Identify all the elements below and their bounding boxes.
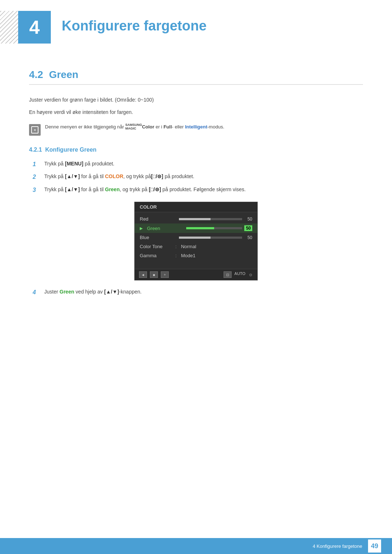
osd-menu: COLOR Red 50 ▶ Green bbox=[134, 202, 258, 280]
osd-row-blue: Blue 50 bbox=[135, 233, 257, 242]
osd-track-red bbox=[179, 218, 242, 220]
osd-power-icon: ☼ bbox=[248, 271, 253, 278]
osd-label-red: Red bbox=[140, 216, 172, 222]
section-heading: 4.2 Green bbox=[29, 69, 363, 85]
osd-label-blue: Blue bbox=[140, 235, 172, 240]
steps-list: 1 Trykk på [MENU] på produktet. 2 Trykk … bbox=[33, 160, 363, 195]
section-title: Green bbox=[49, 69, 78, 81]
osd-icon-plus: ＋ bbox=[161, 271, 169, 278]
osd-bar-blue: 50 bbox=[175, 235, 252, 240]
note-box: Denne menyen er ikke tilgjengelig når SA… bbox=[29, 123, 363, 136]
nav-key-3: [▲/▼] bbox=[65, 186, 80, 192]
page-footer: 4 Konfigurere fargetone 49 bbox=[0, 538, 392, 554]
osd-auto-label: AUTO bbox=[234, 271, 245, 278]
body-para1: Juster verdien for grønn farge i bildet.… bbox=[29, 96, 363, 104]
steps-list-4: 4 Juster Green ved hjelp av [▲/▼]-knappe… bbox=[33, 288, 363, 297]
osd-bar-green: 50 bbox=[183, 225, 252, 231]
footer-chapter-text: 4 Konfigurere fargetone bbox=[313, 543, 362, 549]
osd-icon-enter: ⊡ bbox=[224, 271, 232, 278]
footer-page-number: 49 bbox=[368, 539, 381, 553]
step-1: 1 Trykk på [MENU] på produktet. bbox=[33, 160, 363, 169]
note-text: Denne menyen er ikke tilgjengelig når SA… bbox=[45, 123, 224, 131]
osd-fill-red bbox=[179, 218, 211, 220]
nav-key-4: [▲/▼] bbox=[104, 289, 119, 295]
enter-key-2: [□/⊜] bbox=[151, 173, 163, 179]
osd-bar-red: 50 bbox=[175, 217, 252, 222]
enter-key-3: [□/⊜] bbox=[149, 186, 161, 192]
osd-colon-gamma: : bbox=[175, 253, 177, 258]
step-4-num: 4 bbox=[33, 288, 41, 297]
chapter-header: 4 Konfigurere fargetone bbox=[0, 0, 392, 54]
osd-value-colortone: Normal bbox=[181, 244, 196, 249]
main-content: 4.2 Green Juster verdien for grønn farge… bbox=[0, 54, 392, 323]
osd-label-gamma: Gamma bbox=[140, 253, 172, 258]
body-para2: En høyere verdi vil øke intensiteten for… bbox=[29, 108, 363, 117]
osd-label-colortone: Color Tone bbox=[140, 244, 172, 249]
osd-row-colortone: Color Tone : Normal bbox=[135, 242, 257, 251]
step-3-num: 3 bbox=[33, 185, 41, 195]
color-keyword: COLOR bbox=[105, 173, 123, 179]
note-icon-inner bbox=[31, 126, 38, 134]
osd-value-blue: 50 bbox=[244, 235, 252, 240]
osd-track-blue bbox=[179, 237, 242, 239]
osd-arrow-green: ▶ bbox=[140, 226, 143, 231]
osd-icon-back: ◄ bbox=[139, 271, 147, 278]
osd-title: COLOR bbox=[135, 202, 257, 212]
osd-icon-minus: ■ bbox=[150, 271, 158, 278]
green-keyword: Green bbox=[105, 186, 119, 192]
samsung-magic-label: SAMSUNGMAGIC bbox=[125, 123, 142, 131]
osd-row-green: ▶ Green 50 bbox=[135, 223, 257, 233]
osd-value-green: 50 bbox=[244, 225, 252, 231]
subsection-title: Konfigurere Green bbox=[45, 147, 96, 153]
menu-key: [MENU] bbox=[65, 161, 83, 167]
osd-icon-group-right: ⊡ AUTO ☼ bbox=[224, 271, 253, 278]
osd-colon-colortone: : bbox=[175, 244, 177, 249]
osd-fill-blue bbox=[179, 237, 211, 239]
osd-row-red: Red 50 bbox=[135, 214, 257, 223]
full-keyword: Full bbox=[163, 124, 172, 130]
step-3-text: Trykk på [▲/▼] for å gå til Green, og tr… bbox=[44, 185, 363, 193]
osd-body: Red 50 ▶ Green 50 bbox=[135, 212, 257, 267]
osd-track-green bbox=[186, 227, 242, 229]
nav-key-2: [▲/▼] bbox=[65, 173, 80, 179]
osd-icon-group-left: ◄ ■ ＋ bbox=[139, 271, 169, 278]
step-2: 2 Trykk på [▲/▼] for å gå til COLOR, og … bbox=[33, 172, 363, 182]
osd-row-gamma: Gamma : Mode1 bbox=[135, 251, 257, 260]
osd-icons-bar: ◄ ■ ＋ ⊡ AUTO ☼ bbox=[135, 269, 257, 280]
chapter-number-box: 4 bbox=[18, 11, 51, 44]
osd-label-green: Green bbox=[147, 226, 180, 231]
green-keyword-step4: Green bbox=[60, 289, 74, 295]
chapter-number: 4 bbox=[29, 16, 40, 38]
section-number: 4.2 bbox=[29, 69, 43, 81]
chapter-title: Konfigurere fargetone bbox=[62, 11, 207, 34]
step-1-text: Trykk på [MENU] på produktet. bbox=[44, 160, 363, 168]
step-2-text: Trykk på [▲/▼] for å gå til COLOR, og tr… bbox=[44, 172, 363, 180]
osd-value-red: 50 bbox=[244, 217, 252, 222]
subsection-number: 4.2.1 bbox=[29, 147, 45, 153]
osd-fill-green bbox=[186, 227, 214, 229]
osd-spacer bbox=[135, 260, 257, 265]
osd-value-gamma: Mode1 bbox=[181, 253, 196, 258]
note-icon bbox=[29, 124, 41, 136]
color-brand-label: Color bbox=[142, 124, 154, 130]
step-4: 4 Juster Green ved hjelp av [▲/▼]-knappe… bbox=[33, 288, 363, 297]
intelligent-keyword: Intelligent bbox=[185, 124, 207, 130]
step-4-text: Juster Green ved hjelp av [▲/▼]-knappen. bbox=[44, 288, 363, 296]
step-1-num: 1 bbox=[33, 160, 41, 169]
step-2-num: 2 bbox=[33, 172, 41, 182]
subsection-heading: 4.2.1 Konfigurere Green bbox=[29, 147, 363, 153]
step-3: 3 Trykk på [▲/▼] for å gå til Green, og … bbox=[33, 185, 363, 195]
